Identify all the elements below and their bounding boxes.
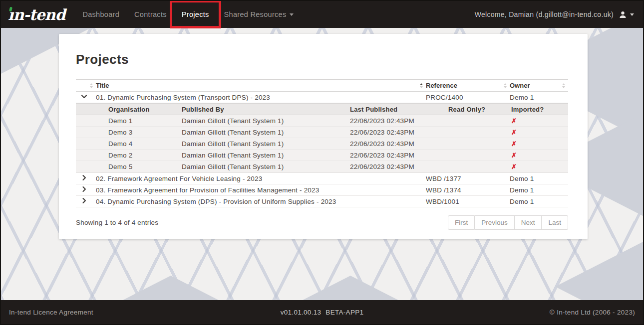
chevron-right-icon	[81, 197, 87, 204]
project-reference: PROC/1400	[426, 92, 510, 103]
background-diamond	[81, 276, 261, 300]
pagination-next-button[interactable]: Next	[515, 215, 542, 230]
detail-row: Demo 3Damian Gillott (Tenant System 1)22…	[76, 127, 568, 138]
detail-published-by: Damian Gillott (Tenant System 1)	[182, 127, 350, 138]
column-header-owner-label: Owner	[510, 82, 530, 89]
project-title: 04. Dynamic Purchasing System (DPS) - Pr…	[96, 196, 426, 207]
detail-organisation: Demo 1	[76, 115, 182, 127]
sort-icon	[562, 83, 565, 88]
page-footer: In-tend Licence Agreement v01.01.00.13 B…	[1, 300, 643, 324]
environment-text: BETA-APP1	[325, 309, 363, 316]
detail-imported: ✗	[511, 127, 568, 138]
collapse-row-button[interactable]	[81, 93, 87, 100]
imported-cross-icon: ✗	[511, 129, 517, 136]
app-logo[interactable]: ın-tend	[8, 6, 65, 23]
project-reference: WBD /1377	[426, 173, 510, 184]
projects-table-body: 01. Dynamic Purchasing System (Transport…	[76, 92, 568, 207]
detail-read-only	[448, 161, 511, 172]
imported-cross-icon: ✗	[511, 152, 517, 159]
detail-read-only	[448, 115, 511, 127]
sort-icon	[90, 83, 93, 88]
detail-read-only	[448, 138, 511, 150]
detail-column-header-last-published: Last Published	[350, 104, 448, 115]
imported-cross-icon: ✗	[511, 163, 517, 170]
detail-read-only	[448, 150, 511, 161]
nav-item-projects[interactable]: Projects	[174, 6, 217, 22]
detail-published-by: Damian Gillott (Tenant System 1)	[182, 161, 350, 172]
expand-row-button[interactable]	[81, 174, 87, 181]
detail-organisation: Demo 2	[76, 150, 182, 161]
app-window: ın-tend DashboardContractsProjectsShared…	[0, 0, 644, 325]
nav-item-shared-resources[interactable]: Shared Resources	[217, 6, 302, 22]
detail-published-by: Damian Gillott (Tenant System 1)	[182, 115, 350, 127]
table-footer: Showing 1 to 4 of 4 entries FirstPreviou…	[76, 215, 568, 230]
detail-row: Demo 1Damian Gillott (Tenant System 1)22…	[76, 115, 568, 127]
project-owner: Demo 1	[510, 196, 568, 207]
imported-cross-icon: ✗	[511, 117, 517, 125]
detail-column-header-organisation: Organisation	[76, 104, 182, 115]
project-row: 04. Dynamic Purchasing System (DPS) - Pr…	[76, 196, 568, 207]
pagination-last-button[interactable]: Last	[542, 215, 568, 230]
detail-column-header-imported: Imported?	[511, 104, 568, 115]
detail-last-published: 22/06/2023 02:43PM	[350, 150, 448, 161]
background-diamond	[261, 276, 440, 300]
expand-row-button[interactable]	[81, 186, 87, 192]
expand-cell	[76, 173, 96, 184]
detail-last-published: 22/06/2023 02:43PM	[350, 161, 448, 172]
project-title: 02. Framework Agreement For Vehicle Leas…	[96, 173, 426, 184]
copyright-text: © In-tend Ltd (2006 - 2023)	[550, 309, 635, 316]
detail-column-header-published-by: Published By	[182, 104, 350, 115]
chevron-right-icon	[81, 186, 87, 192]
pagination-first-button[interactable]: First	[448, 215, 475, 230]
app-logo-text: ın-tend	[8, 6, 65, 23]
detail-organisation: Demo 5	[76, 161, 182, 172]
detail-column-header-read-only: Read Only?	[448, 104, 511, 115]
projects-table: Title Reference Owner 01. Dynamic Purcha…	[76, 79, 568, 207]
detail-row: Demo 2Damian Gillott (Tenant System 1)22…	[76, 150, 568, 161]
column-header-control[interactable]	[76, 80, 96, 92]
detail-imported: ✗	[511, 150, 568, 161]
imported-cross-icon: ✗	[511, 140, 517, 148]
top-navbar: ın-tend DashboardContractsProjectsShared…	[1, 1, 643, 28]
column-header-title[interactable]: Title	[96, 80, 426, 92]
column-header-owner[interactable]: Owner	[510, 80, 568, 92]
project-reference: WBD/1001	[426, 196, 510, 207]
detail-last-published: 22/06/2023 02:43PM	[350, 115, 448, 127]
project-detail-cell: OrganisationPublished ByLast PublishedRe…	[76, 103, 568, 173]
detail-organisation: Demo 4	[76, 138, 182, 150]
detail-header-row: OrganisationPublished ByLast PublishedRe…	[76, 104, 568, 115]
detail-row: Demo 4Damian Gillott (Tenant System 1)22…	[76, 138, 568, 150]
detail-read-only	[448, 127, 511, 138]
detail-organisation: Demo 3	[76, 127, 182, 138]
user-menu[interactable]	[619, 10, 634, 19]
sort-icon	[504, 83, 507, 88]
published-organisations-panel: OrganisationPublished ByLast PublishedRe…	[76, 103, 568, 172]
main-nav: DashboardContractsProjectsShared Resourc…	[75, 1, 301, 28]
detail-published-by: Damian Gillott (Tenant System 1)	[182, 150, 350, 161]
projects-table-header-row: Title Reference Owner	[76, 80, 568, 92]
chevron-down-icon	[81, 93, 87, 100]
expand-cell	[76, 184, 96, 196]
column-header-title-label: Title	[96, 82, 109, 89]
expand-cell	[76, 196, 96, 207]
project-title: 01. Dynamic Purchasing System (Transport…	[96, 92, 426, 103]
welcome-text: Welcome, Damian (d.gillott@in-tend.co.uk…	[475, 10, 614, 18]
chevron-down-icon	[290, 13, 294, 16]
projects-card: Projects Title Reference	[59, 34, 588, 239]
version-text: v01.01.00.13	[281, 309, 322, 316]
pagination-previous-button[interactable]: Previous	[475, 215, 515, 230]
navbar-right: Welcome, Damian (d.gillott@in-tend.co.uk…	[475, 10, 634, 19]
expand-row-button[interactable]	[81, 197, 87, 204]
project-title: 03. Framework Agreement for Provision of…	[96, 184, 426, 196]
user-icon	[619, 10, 627, 19]
nav-item-contracts[interactable]: Contracts	[127, 6, 174, 22]
project-detail-row: OrganisationPublished ByLast PublishedRe…	[76, 103, 568, 173]
project-row: 02. Framework Agreement For Vehicle Leas…	[76, 173, 568, 184]
entries-summary: Showing 1 to 4 of 4 entries	[76, 219, 158, 226]
column-header-reference[interactable]: Reference	[426, 80, 510, 92]
licence-agreement-link[interactable]: In-tend Licence Agreement	[9, 309, 93, 316]
project-owner: Demo 1	[510, 173, 568, 184]
nav-item-dashboard[interactable]: Dashboard	[75, 6, 127, 22]
detail-published-by: Damian Gillott (Tenant System 1)	[182, 138, 350, 150]
chevron-down-icon	[630, 13, 634, 16]
